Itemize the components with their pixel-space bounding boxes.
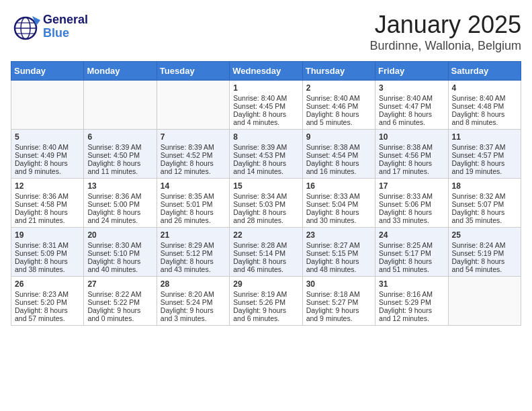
daylight-text: Daylight: 8 hours and 4 minutes.	[233, 110, 286, 126]
calendar-cell: 21 Sunrise: 8:29 AM Sunset: 5:12 PM Dayl…	[157, 228, 229, 277]
sunrise-text: Sunrise: 8:40 AM	[452, 94, 506, 102]
day-number: 6	[87, 132, 152, 142]
calendar-cell	[11, 81, 84, 130]
weekday-header: Wednesday	[230, 62, 302, 81]
weekday-header: Thursday	[302, 62, 375, 81]
sunrise-text: Sunrise: 8:33 AM	[379, 192, 433, 200]
day-number: 19	[15, 230, 80, 240]
sunrise-text: Sunrise: 8:18 AM	[306, 290, 360, 298]
day-number: 3	[379, 83, 444, 93]
daylight-text: Daylight: 8 hours and 24 minutes.	[87, 208, 140, 224]
sunset-text: Sunset: 4:48 PM	[452, 102, 504, 110]
daylight-text: Daylight: 9 hours and 12 minutes.	[379, 306, 432, 322]
calendar-cell	[157, 81, 229, 130]
calendar-cell: 4 Sunrise: 8:40 AM Sunset: 4:48 PM Dayli…	[448, 81, 521, 130]
calendar-week-row: 5 Sunrise: 8:40 AM Sunset: 4:49 PM Dayli…	[11, 130, 521, 179]
sunrise-text: Sunrise: 8:28 AM	[233, 241, 287, 249]
sunrise-text: Sunrise: 8:39 AM	[161, 143, 214, 151]
daylight-text: Daylight: 8 hours and 48 minutes.	[306, 257, 359, 273]
daylight-text: Daylight: 8 hours and 57 minutes.	[15, 306, 68, 322]
day-number: 5	[15, 132, 80, 142]
day-number: 16	[306, 181, 371, 191]
day-number: 2	[306, 83, 371, 93]
calendar-cell	[448, 277, 521, 326]
day-number: 17	[379, 181, 444, 191]
sunrise-text: Sunrise: 8:39 AM	[87, 143, 141, 151]
sunrise-text: Sunrise: 8:22 AM	[87, 290, 141, 298]
daylight-text: Daylight: 8 hours and 16 minutes.	[306, 159, 359, 175]
day-number: 26	[15, 279, 80, 289]
day-number: 24	[379, 230, 444, 240]
daylight-text: Daylight: 8 hours and 8 minutes.	[452, 110, 505, 126]
sunrise-text: Sunrise: 8:33 AM	[306, 192, 360, 200]
daylight-text: Daylight: 8 hours and 40 minutes.	[87, 257, 140, 273]
sunset-text: Sunset: 5:06 PM	[379, 200, 431, 208]
calendar-table: SundayMondayTuesdayWednesdayThursdayFrid…	[11, 61, 521, 326]
day-number: 21	[161, 230, 226, 240]
daylight-text: Daylight: 9 hours and 3 minutes.	[161, 306, 214, 322]
page-header: General Blue January 2025 Burdinne, Wall…	[11, 11, 521, 53]
day-number: 1	[233, 83, 298, 93]
day-number: 7	[161, 132, 226, 142]
calendar-cell: 7 Sunrise: 8:39 AM Sunset: 4:52 PM Dayli…	[157, 130, 229, 179]
calendar-cell: 22 Sunrise: 8:28 AM Sunset: 5:14 PM Dayl…	[230, 228, 302, 277]
calendar-cell: 9 Sunrise: 8:38 AM Sunset: 4:54 PM Dayli…	[302, 130, 375, 179]
sunrise-text: Sunrise: 8:37 AM	[452, 143, 506, 151]
calendar-cell: 11 Sunrise: 8:37 AM Sunset: 4:57 PM Dayl…	[448, 130, 521, 179]
calendar-cell: 14 Sunrise: 8:35 AM Sunset: 5:01 PM Dayl…	[157, 179, 229, 228]
daylight-text: Daylight: 8 hours and 11 minutes.	[87, 159, 140, 175]
sunrise-text: Sunrise: 8:27 AM	[306, 241, 360, 249]
title-block: January 2025 Burdinne, Wallonia, Belgium	[370, 11, 521, 53]
sunrise-text: Sunrise: 8:40 AM	[233, 94, 287, 102]
daylight-text: Daylight: 8 hours and 14 minutes.	[233, 159, 286, 175]
sunrise-text: Sunrise: 8:38 AM	[379, 143, 433, 151]
calendar-cell: 29 Sunrise: 8:19 AM Sunset: 5:26 PM Dayl…	[230, 277, 302, 326]
calendar-cell: 18 Sunrise: 8:32 AM Sunset: 5:07 PM Dayl…	[448, 179, 521, 228]
sunset-text: Sunset: 5:00 PM	[87, 200, 140, 208]
sunrise-text: Sunrise: 8:16 AM	[379, 290, 433, 298]
day-number: 31	[379, 279, 444, 289]
sunset-text: Sunset: 5:07 PM	[452, 200, 504, 208]
weekday-header: Friday	[375, 62, 448, 81]
calendar-cell: 19 Sunrise: 8:31 AM Sunset: 5:09 PM Dayl…	[11, 228, 84, 277]
calendar-header-row: SundayMondayTuesdayWednesdayThursdayFrid…	[11, 62, 521, 81]
daylight-text: Daylight: 8 hours and 30 minutes.	[306, 208, 359, 224]
sunset-text: Sunset: 5:24 PM	[161, 298, 213, 306]
sunset-text: Sunset: 5:10 PM	[87, 249, 140, 257]
sunset-text: Sunset: 4:53 PM	[233, 151, 285, 159]
calendar-cell: 5 Sunrise: 8:40 AM Sunset: 4:49 PM Dayli…	[11, 130, 84, 179]
calendar-cell: 27 Sunrise: 8:22 AM Sunset: 5:22 PM Dayl…	[84, 277, 157, 326]
calendar-subtitle: Burdinne, Wallonia, Belgium	[370, 39, 521, 53]
calendar-cell: 31 Sunrise: 8:16 AM Sunset: 5:29 PM Dayl…	[375, 277, 448, 326]
day-number: 23	[306, 230, 371, 240]
day-number: 22	[233, 230, 298, 240]
weekday-header: Saturday	[448, 62, 521, 81]
logo-icon	[11, 11, 43, 43]
daylight-text: Daylight: 8 hours and 38 minutes.	[15, 257, 68, 273]
sunset-text: Sunset: 5:22 PM	[87, 298, 140, 306]
calendar-cell: 23 Sunrise: 8:27 AM Sunset: 5:15 PM Dayl…	[302, 228, 375, 277]
calendar-cell: 12 Sunrise: 8:36 AM Sunset: 4:58 PM Dayl…	[11, 179, 84, 228]
sunrise-text: Sunrise: 8:32 AM	[452, 192, 506, 200]
sunset-text: Sunset: 5:03 PM	[233, 200, 285, 208]
day-number: 15	[233, 181, 298, 191]
sunrise-text: Sunrise: 8:23 AM	[15, 290, 69, 298]
calendar-cell: 24 Sunrise: 8:25 AM Sunset: 5:17 PM Dayl…	[375, 228, 448, 277]
sunset-text: Sunset: 5:01 PM	[161, 200, 213, 208]
daylight-text: Daylight: 9 hours and 6 minutes.	[233, 306, 286, 322]
calendar-cell: 8 Sunrise: 8:39 AM Sunset: 4:53 PM Dayli…	[230, 130, 302, 179]
sunrise-text: Sunrise: 8:40 AM	[379, 94, 433, 102]
calendar-cell: 25 Sunrise: 8:24 AM Sunset: 5:19 PM Dayl…	[448, 228, 521, 277]
day-number: 13	[87, 181, 152, 191]
daylight-text: Daylight: 8 hours and 46 minutes.	[233, 257, 286, 273]
weekday-header: Monday	[84, 62, 157, 81]
day-number: 9	[306, 132, 371, 142]
calendar-week-row: 12 Sunrise: 8:36 AM Sunset: 4:58 PM Dayl…	[11, 179, 521, 228]
daylight-text: Daylight: 8 hours and 12 minutes.	[161, 159, 214, 175]
calendar-cell: 17 Sunrise: 8:33 AM Sunset: 5:06 PM Dayl…	[375, 179, 448, 228]
day-number: 25	[452, 230, 517, 240]
sunset-text: Sunset: 5:09 PM	[15, 249, 67, 257]
sunrise-text: Sunrise: 8:36 AM	[87, 192, 141, 200]
calendar-cell	[84, 81, 157, 130]
sunrise-text: Sunrise: 8:29 AM	[161, 241, 214, 249]
